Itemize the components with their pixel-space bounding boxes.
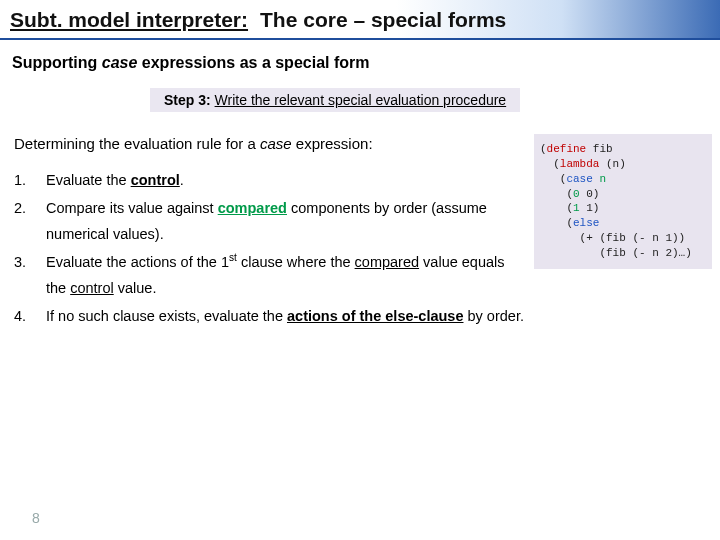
list-item: 1. Evaluate the control. [14, 167, 528, 193]
body-text: Determining the evaluation rule for a ca… [14, 130, 528, 332]
list-item: 3. Evaluate the actions of the 1st claus… [14, 249, 528, 301]
page-number: 8 [32, 510, 40, 526]
title-part2: The core – special forms [260, 8, 506, 32]
list-item: 2. Compare its value against compared co… [14, 195, 528, 247]
title-part1: Subt. model interpreter: [10, 8, 248, 32]
subtitle: Supporting case expressions as a special… [0, 40, 720, 78]
rule-heading: Determining the evaluation rule for a ca… [14, 130, 528, 157]
step-box: Step 3: Write the relevant special evalu… [150, 88, 520, 112]
code-block: (define fib (lambda (n) (case n (0 0) (1… [534, 134, 712, 269]
title-bar: Subt. model interpreter: The core – spec… [0, 0, 720, 40]
list-item: 4. If no such clause exists, evaluate th… [14, 303, 528, 329]
